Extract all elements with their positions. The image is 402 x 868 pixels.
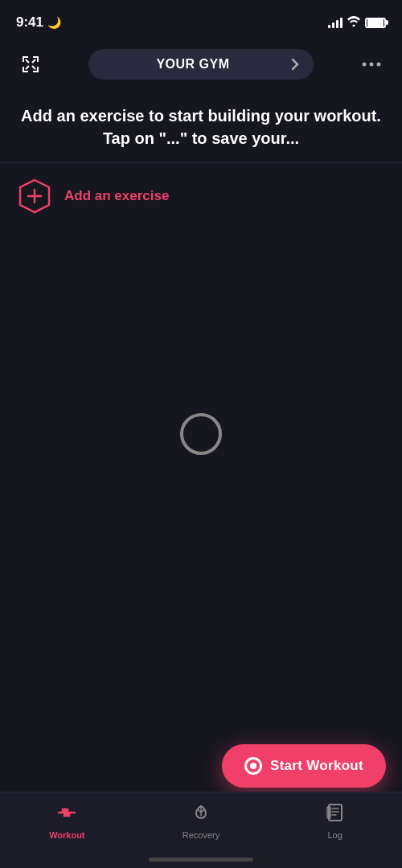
more-options-button[interactable]: [357, 50, 386, 79]
svg-line-3: [26, 66, 29, 69]
tab-workout[interactable]: Workout: [0, 802, 134, 840]
tab-log[interactable]: Log: [268, 802, 402, 840]
signal-icon: [328, 17, 343, 28]
instruction-text: Add an exercise to start building your w…: [18, 104, 384, 149]
add-exercise-icon: [16, 178, 53, 215]
svg-line-1: [26, 59, 29, 63]
hexagon-plus-icon: [16, 178, 53, 215]
svg-point-6: [370, 63, 374, 67]
home-indicator: [149, 858, 253, 862]
svg-point-7: [377, 63, 381, 67]
start-workout-label: Start Workout: [270, 758, 363, 774]
start-workout-button[interactable]: Start Workout: [222, 744, 386, 788]
wifi-icon: [347, 16, 360, 29]
gym-selector[interactable]: YOUR GYM: [88, 49, 314, 80]
tab-bar: Workout Recovery Log: [0, 792, 402, 868]
svg-point-0: [353, 25, 355, 27]
chevron-right-icon: [291, 58, 299, 71]
expand-icon[interactable]: [16, 50, 45, 79]
log-tab-icon: [325, 802, 346, 826]
header: YOUR GYM: [0, 40, 402, 88]
moon-icon: 🌙: [47, 16, 61, 29]
recovery-tab-icon: [191, 802, 211, 826]
log-tab-label: Log: [328, 830, 343, 840]
workout-tab-icon: [56, 802, 77, 826]
add-exercise-label: Add an exercise: [64, 188, 169, 204]
svg-line-4: [32, 59, 35, 63]
exercise-list: Add an exercise: [0, 163, 402, 229]
workout-tab-label: Workout: [49, 830, 84, 840]
center-dot: [180, 413, 222, 455]
instruction-area: Add an exercise to start building your w…: [0, 88, 402, 163]
svg-line-2: [32, 66, 35, 69]
recovery-tab-label: Recovery: [183, 830, 219, 840]
battery-icon: [365, 18, 386, 28]
status-time: 9:41: [16, 14, 43, 31]
status-icons: [328, 16, 386, 29]
record-icon: [244, 757, 262, 775]
tab-recovery[interactable]: Recovery: [134, 802, 269, 840]
add-exercise-row[interactable]: Add an exercise: [16, 163, 386, 229]
svg-point-5: [363, 63, 367, 67]
gym-name: YOUR GYM: [103, 57, 283, 72]
status-bar: 9:41 🌙: [0, 0, 402, 40]
